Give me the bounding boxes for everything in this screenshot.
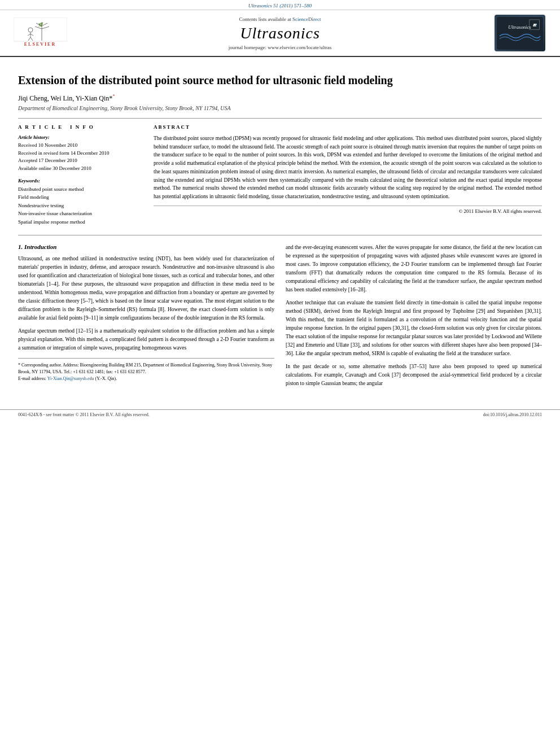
abstract-text: The distributed point source method (DPS…	[154, 134, 542, 201]
footer-copyright: 0041-624X/$ - see front matter © 2011 El…	[18, 412, 150, 417]
copyright-line: © 2011 Elsevier B.V. All rights reserved…	[154, 206, 542, 214]
svg-rect-14	[497, 17, 543, 50]
article-authors: Jiqi Cheng, Wei Lin, Yi-Xian Qin**	[18, 93, 542, 103]
body-right-para-2: Another technique that can evaluate the …	[286, 299, 542, 358]
revised-date: Received in revised form 14 December 201…	[18, 150, 142, 158]
footnote-email: E-mail address: Yi-Xian.Qin@sunysb.edu (…	[18, 375, 274, 382]
body-content: 1. Introduction Ultrasound, as one metho…	[18, 243, 542, 392]
abstract-col: ABSTRACT The distributed point source me…	[154, 124, 542, 226]
article-meta-section: A R T I C L E I N F O Article history: R…	[18, 118, 542, 226]
intro-title: 1. Introduction	[18, 243, 274, 250]
svg-text:ELSEVIER: ELSEVIER	[24, 42, 55, 47]
footnote-corresponding: * Corresponding author. Address: Bioengi…	[18, 362, 274, 375]
keyword-3: Nondestructive testing	[18, 202, 142, 209]
article-history-label: Article history:	[18, 134, 142, 140]
elsevier-logo-svg: 🌿 ELSEVIER	[14, 18, 67, 49]
footer-doi: doi:10.1016/j.ultras.2010.12.011	[483, 412, 542, 417]
keywords-label: Keywords:	[18, 178, 142, 184]
article-info-heading: A R T I C L E I N F O	[18, 124, 142, 130]
body-col-right: and the ever-decaying evanescent waves. …	[286, 243, 542, 392]
journal-ref: Ultrasonics 51 (2011) 571–580	[248, 3, 312, 8]
body-right-para-3: In the past decade or so, some alternati…	[286, 362, 542, 388]
main-content: Extension of the distributed point sourc…	[0, 57, 560, 404]
intro-para-1: Ultrasound, as one method utilized in no…	[18, 255, 274, 322]
journal-title-area: Contents lists available at ScienceDirec…	[77, 16, 483, 50]
article-affiliation: Department of Biomedical Engineering, St…	[18, 105, 542, 111]
journal-name: Ultrasonics	[240, 24, 320, 42]
body-right-para-1: and the ever-decaying evanescent waves. …	[286, 243, 542, 294]
article-title: Extension of the distributed point sourc…	[18, 73, 542, 88]
available-date: Available online 30 December 2010	[18, 165, 142, 173]
article-info-col: A R T I C L E I N F O Article history: R…	[18, 124, 142, 226]
footnote-section: * Corresponding author. Address: Bioengi…	[18, 358, 274, 382]
accepted-date: Accepted 17 December 2010	[18, 157, 142, 165]
keyword-2: Field modeling	[18, 193, 142, 201]
article-history-block: Article history: Received 10 November 20…	[18, 134, 142, 172]
journal-badge-area: Ultrasonics 📊	[489, 15, 551, 51]
keywords-block: Keywords: Distributed point source metho…	[18, 178, 142, 226]
journal-top-bar: Ultrasonics 51 (2011) 571–580	[0, 0, 560, 10]
journal-header: 🌿 ELSEVIER Contents lists available at S…	[0, 10, 560, 57]
badge-svg: Ultrasonics 📊	[497, 16, 543, 50]
footer-bar: 0041-624X/$ - see front matter © 2011 El…	[0, 409, 560, 420]
content-available-text: Contents lists available at ScienceDirec…	[239, 16, 321, 22]
received-date: Received 10 November 2010	[18, 142, 142, 150]
svg-rect-0	[14, 18, 67, 41]
journal-homepage: journal homepage: www.elsevier.com/locat…	[229, 45, 331, 50]
intro-para-2: Angular spectrum method [12–15] is a mat…	[18, 327, 274, 352]
elsevier-logo-area: 🌿 ELSEVIER	[9, 18, 71, 49]
ultrasonics-badge: Ultrasonics 📊	[495, 15, 545, 51]
section-divider	[18, 235, 542, 235]
keyword-5: Spatial impulse response method	[18, 218, 142, 226]
keyword-1: Distributed point source method	[18, 185, 142, 193]
keyword-4: Non-invasive tissue characterization	[18, 209, 142, 217]
body-col-left: 1. Introduction Ultrasound, as one metho…	[18, 243, 274, 392]
abstract-heading: ABSTRACT	[154, 124, 542, 130]
svg-text:Ultrasonics: Ultrasonics	[508, 24, 531, 30]
